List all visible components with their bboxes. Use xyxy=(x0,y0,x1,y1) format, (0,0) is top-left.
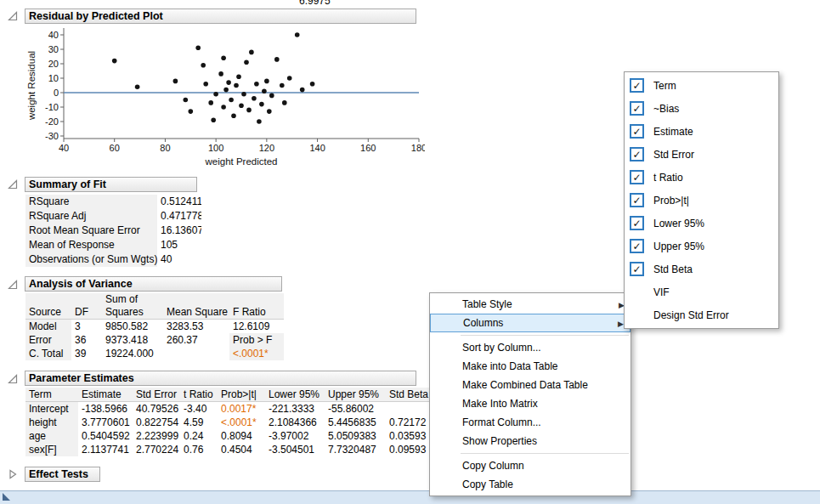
scatter-point[interactable] xyxy=(274,57,280,62)
scatter-point[interactable] xyxy=(184,98,189,103)
submenu-item-std-beta[interactable]: ✓Std Beta xyxy=(625,258,778,280)
scatter-point[interactable] xyxy=(173,79,178,84)
scatter-point[interactable] xyxy=(221,55,226,60)
scatter-point[interactable] xyxy=(244,60,249,65)
scatter-point[interactable] xyxy=(264,79,269,84)
scatter-point[interactable] xyxy=(287,76,292,81)
scatter-point[interactable] xyxy=(262,89,267,94)
y-tick-label: 20 xyxy=(48,59,59,69)
scatter-point[interactable] xyxy=(213,92,218,97)
section-header-summary-of-fit[interactable]: Summary of Fit xyxy=(25,177,197,192)
menu-item-show-properties[interactable]: Show Properties xyxy=(430,432,631,450)
scatter-point[interactable] xyxy=(249,50,254,55)
submenu-item-term[interactable]: ✓Term xyxy=(625,74,778,97)
menu-item-label: Make Combined Data Table xyxy=(462,379,588,391)
anova-cell: 39 xyxy=(71,347,102,360)
checkbox-checked-icon: ✓ xyxy=(630,239,644,253)
submenu-item-std-error[interactable]: ✓Std Error xyxy=(625,143,778,166)
scatter-point[interactable] xyxy=(223,88,229,93)
menu-item-make-combined-data-table[interactable]: Make Combined Data Table xyxy=(430,376,631,394)
submenu-item-lower-95[interactable]: ✓Lower 95% xyxy=(625,212,778,235)
parameter-estimates-table: TermEstimateStd Errort RatioProb>|t|Lowe… xyxy=(25,388,435,456)
scatter-point[interactable] xyxy=(295,32,300,37)
summary-row: RSquare0.512411 xyxy=(25,195,201,209)
menu-item-columns[interactable]: Columns▶ xyxy=(430,314,631,332)
x-tick-label: 180 xyxy=(411,143,425,153)
menu-item-make-into-data-table[interactable]: Make into Data Table xyxy=(430,357,631,376)
x-tick-label: 40 xyxy=(59,143,69,153)
menu-item-label: Copy Table xyxy=(462,479,513,490)
disclosure-open-icon[interactable] xyxy=(8,179,18,190)
submenu-item-bias[interactable]: ✓~Bias xyxy=(625,97,778,120)
menu-item-label: Make into Data Table xyxy=(462,360,558,372)
summary-stat-value: 105 xyxy=(157,238,201,252)
scatter-point[interactable] xyxy=(254,82,259,87)
menu-item-copy-column[interactable]: Copy Column xyxy=(430,456,631,475)
anova-row: Model39850.5823283.5312.6109 xyxy=(25,320,284,334)
submenu-item-estimate[interactable]: ✓Estimate xyxy=(625,120,778,143)
scatter-point[interactable] xyxy=(282,100,287,105)
x-tick-label: 120 xyxy=(259,143,274,153)
disclosure-open-icon[interactable] xyxy=(8,374,18,384)
scatter-point[interactable] xyxy=(234,83,239,88)
scatter-point[interactable] xyxy=(246,108,252,113)
section-header-residual-plot[interactable]: Residual by Predicted Plot xyxy=(25,8,416,24)
context-menu: Table Style▶Columns▶Sort by Column...Mak… xyxy=(429,292,631,496)
scatter-point[interactable] xyxy=(310,82,315,87)
scatter-point[interactable] xyxy=(203,82,208,87)
section-header-anova[interactable]: Analysis of Variance xyxy=(25,276,282,292)
section-header-parameter-estimates[interactable]: Parameter Estimates xyxy=(25,371,416,386)
submenu-item-upper-95[interactable]: ✓Upper 95% xyxy=(625,235,778,258)
checkbox-empty-space xyxy=(630,285,644,299)
scatter-point[interactable] xyxy=(211,118,216,123)
residual-scatter-plot[interactable]: -30-20-10010203040406080100120140160180w… xyxy=(24,25,425,171)
scatter-point[interactable] xyxy=(300,88,305,93)
summary-stat-value: 0.512411 xyxy=(157,195,201,209)
scatter-point[interactable] xyxy=(241,92,246,97)
section-header-effect-tests[interactable]: Effect Tests xyxy=(25,467,100,482)
scatter-point[interactable] xyxy=(267,109,272,114)
scatter-point[interactable] xyxy=(208,100,213,105)
menu-item-label: Make Into Matrix xyxy=(462,398,538,410)
scatter-point[interactable] xyxy=(195,46,201,51)
submenu-item-label: ~Bias xyxy=(653,103,679,115)
disclosure-open-icon[interactable] xyxy=(8,280,18,290)
section-title-parameter-estimates: Parameter Estimates xyxy=(29,372,134,384)
submenu-item-prob-t[interactable]: ✓Prob>|t| xyxy=(625,189,778,212)
menu-item-make-into-matrix[interactable]: Make Into Matrix xyxy=(430,394,631,413)
scatter-point[interactable] xyxy=(226,80,231,85)
anova-column-header: Source xyxy=(25,293,71,320)
scatter-point[interactable] xyxy=(218,71,223,76)
scatter-point[interactable] xyxy=(221,105,226,110)
status-bar-resize-icon[interactable] xyxy=(3,493,10,501)
disclosure-open-icon[interactable] xyxy=(8,11,18,21)
y-tick-label: -10 xyxy=(45,102,59,112)
disclosure-closed-icon[interactable] xyxy=(8,469,18,479)
scatter-point[interactable] xyxy=(236,75,241,80)
section-title-effect-tests: Effect Tests xyxy=(29,468,88,480)
scatter-point[interactable] xyxy=(135,84,140,89)
param-cell: 2.223999 xyxy=(133,429,180,443)
scatter-point[interactable] xyxy=(252,96,257,101)
summary-row: Observations (or Sum Wgts)40 xyxy=(25,252,201,267)
menu-item-table-style[interactable]: Table Style▶ xyxy=(430,295,631,314)
menu-item-format-column[interactable]: Format Column... xyxy=(430,413,631,432)
scatter-point[interactable] xyxy=(229,98,234,103)
submenu-item-t-ratio[interactable]: ✓t Ratio xyxy=(625,166,778,189)
y-tick-label: 40 xyxy=(48,30,59,40)
scatter-point[interactable] xyxy=(231,113,236,118)
scatter-point[interactable] xyxy=(259,102,264,107)
scatter-point[interactable] xyxy=(201,63,206,68)
menu-item-copy-table[interactable]: Copy Table xyxy=(430,475,631,494)
scatter-point[interactable] xyxy=(257,119,262,124)
menu-item-sort-by-column[interactable]: Sort by Column... xyxy=(430,338,631,357)
scatter-point[interactable] xyxy=(239,104,244,109)
scatter-point[interactable] xyxy=(112,59,117,64)
scatter-point[interactable] xyxy=(189,109,194,114)
scatter-point[interactable] xyxy=(280,83,285,88)
submenu-item-vif[interactable]: VIF xyxy=(625,280,778,303)
scatter-point[interactable] xyxy=(269,93,274,99)
param-cell: -3.97002 xyxy=(265,429,325,443)
submenu-item-design-std-error[interactable]: Design Std Error xyxy=(625,303,778,326)
param-cell: 0.24 xyxy=(180,429,218,443)
